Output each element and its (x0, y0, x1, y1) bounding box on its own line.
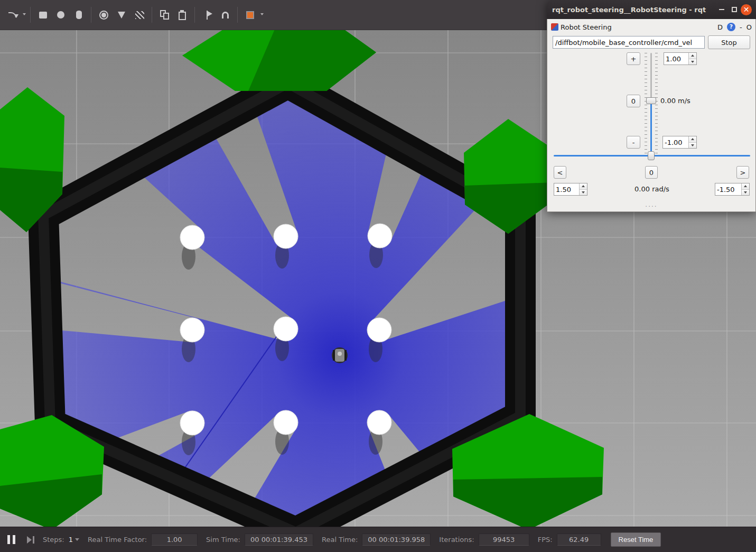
angular-max-spinbox (554, 183, 587, 196)
spin-down-icon[interactable] (689, 59, 696, 65)
resize-grip-dots[interactable]: ···· (547, 203, 755, 210)
toolbar-separator (237, 7, 238, 23)
paste-icon[interactable] (174, 6, 190, 24)
maximize-button[interactable] (728, 3, 741, 16)
dock-buttons: D ? - O (717, 23, 752, 31)
linear-min-arrows (688, 136, 696, 148)
toolbar-separator (194, 7, 195, 23)
fps-value: 62.49 (557, 533, 601, 546)
minimize-icon (719, 9, 724, 10)
angular-min-arrows (741, 183, 749, 195)
angular-left-button[interactable]: < (554, 166, 566, 179)
stop-button[interactable]: Stop (708, 35, 750, 49)
angular-slider-handle[interactable] (648, 151, 655, 160)
angular-right-button[interactable]: > (736, 166, 749, 179)
dock-close-button[interactable]: O (746, 23, 752, 31)
spin-up-icon[interactable] (742, 183, 749, 190)
help-icon[interactable]: ? (727, 23, 735, 31)
linear-zero-button[interactable]: 0 (627, 95, 640, 107)
angular-min-input[interactable] (715, 183, 741, 195)
toolbar-group-lights (96, 6, 147, 24)
redo-dropdown-caret-icon[interactable] (23, 13, 26, 17)
angular-current-label: 0.00 rad/s (621, 183, 683, 196)
steps-value: 1 (69, 536, 73, 544)
spin-down-icon[interactable] (689, 143, 696, 149)
rtf-label: Real Time Factor: (88, 536, 147, 544)
linear-min-input[interactable] (663, 136, 688, 148)
gazebo-status-bar: Steps: 1 Real Time Factor: 1.00 Sim Time… (0, 527, 756, 552)
angular-max-input[interactable] (554, 183, 579, 195)
snap-magnet-icon[interactable] (217, 6, 233, 24)
spot-light-icon[interactable] (114, 6, 129, 24)
directional-light-icon[interactable] (132, 6, 147, 24)
toolbar-separator (30, 7, 31, 23)
spin-down-icon[interactable] (742, 190, 749, 196)
snap-dropdown-caret-icon[interactable] (260, 13, 264, 17)
copy-icon[interactable] (156, 6, 172, 24)
plugin-title: Robot Steering (561, 23, 612, 31)
plugin-header: Robot Steering D ? - O (551, 21, 752, 33)
spin-up-icon[interactable] (689, 136, 696, 143)
steps-label: Steps: (43, 536, 64, 544)
sim-time-value: 00 00:01:39.453 (245, 533, 313, 546)
iterations-label: Iterations: (439, 536, 474, 544)
step-icon[interactable] (27, 536, 34, 544)
iterations-value: 99453 (479, 533, 529, 546)
angular-min-spinbox (715, 183, 750, 196)
dock-minimize-button[interactable]: - (740, 23, 742, 31)
robot-steering-icon (551, 23, 558, 31)
linear-slider-fill (650, 104, 652, 154)
toolbar-group-snap (242, 6, 264, 24)
redo-arrow-icon[interactable] (4, 6, 20, 24)
real-time-label: Real Time: (322, 536, 358, 544)
angular-max-arrows (579, 183, 587, 195)
toolbar-separator (152, 7, 152, 23)
angular-zero-button[interactable]: 0 (645, 166, 658, 179)
linear-min-spinbox (662, 136, 697, 149)
toolbar-group-align (199, 6, 233, 24)
sim-time-label: Sim Time: (206, 536, 240, 544)
linear-current-label: 0.00 m/s (660, 95, 690, 107)
real-time-value: 00 00:01:39.958 (362, 533, 431, 546)
spin-up-icon[interactable] (580, 183, 587, 190)
linear-plus-button[interactable]: + (627, 52, 640, 65)
minimize-button[interactable] (715, 3, 728, 16)
toolbar-group-clipboard (156, 6, 190, 24)
reset-time-button[interactable]: Reset Time (611, 532, 661, 547)
dock-detach-button[interactable]: D (717, 23, 723, 31)
spin-down-icon[interactable] (580, 190, 587, 196)
linear-max-arrows (688, 53, 696, 65)
insert-box-icon[interactable] (35, 6, 51, 24)
topic-input[interactable] (553, 36, 705, 49)
scale-snap-box-icon[interactable] (242, 6, 258, 24)
spin-up-icon[interactable] (689, 53, 696, 59)
linear-max-spinbox (664, 52, 697, 65)
fps-label: FPS: (538, 536, 553, 544)
rqt-titlebar[interactable]: rqt_robot_steering__RobotSteering - rqt … (547, 0, 756, 19)
point-light-icon[interactable] (96, 6, 111, 24)
toolbar-group-edit (4, 6, 26, 24)
insert-cylinder-icon[interactable] (71, 6, 87, 24)
linear-slider-handle[interactable] (646, 97, 656, 104)
rqt-window-title: rqt_robot_steering__RobotSteering - rqt (552, 6, 715, 14)
toolbar-separator (91, 7, 91, 23)
rqt-window: rqt_robot_steering__RobotSteering - rqt … (547, 0, 756, 212)
pause-icon[interactable] (7, 535, 15, 544)
rtf-value: 1.00 (151, 533, 198, 546)
close-button[interactable]: ✕ (741, 4, 752, 15)
screen: Steps: 1 Real Time Factor: 1.00 Sim Time… (0, 0, 756, 552)
maximize-icon (732, 7, 737, 12)
toolbar-group-shapes (35, 6, 87, 24)
insert-sphere-icon[interactable] (53, 6, 69, 24)
linear-minus-button[interactable]: - (627, 136, 640, 149)
steps-dropdown-caret-icon[interactable] (75, 538, 79, 543)
align-flag-icon[interactable] (199, 6, 215, 24)
rqt-body: Robot Steering D ? - O Stop + (547, 19, 756, 212)
robot (332, 347, 348, 363)
linear-max-input[interactable] (664, 53, 688, 65)
